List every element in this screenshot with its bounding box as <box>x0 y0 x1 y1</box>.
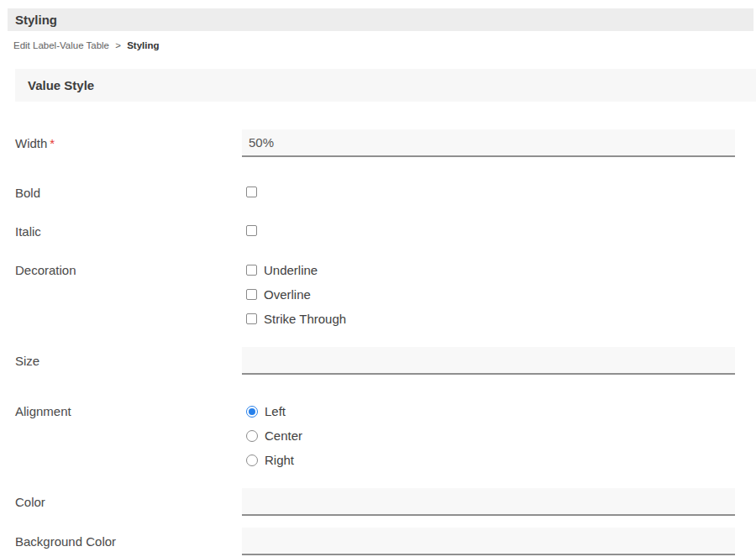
center-label: Center <box>265 428 302 443</box>
italic-row: Italic <box>15 219 735 244</box>
overline-label: Overline <box>264 287 311 302</box>
alignment-option-center: Center <box>242 423 735 448</box>
left-radio[interactable] <box>246 406 258 418</box>
background-color-label: Background Color <box>15 534 242 549</box>
alignment-option-right: Right <box>242 448 735 472</box>
page-title: Styling <box>15 13 57 27</box>
size-row: Size <box>15 347 735 375</box>
page-header-bar: Styling <box>8 8 753 31</box>
alignment-label: Alignment <box>15 399 242 423</box>
color-row: Color <box>15 488 735 516</box>
width-label: Width* <box>15 136 242 150</box>
required-asterisk: * <box>50 136 55 150</box>
alignment-option-left: Left <box>242 399 735 423</box>
breadcrumb-separator: > <box>115 40 121 50</box>
italic-checkbox[interactable] <box>246 225 257 236</box>
underline-checkbox[interactable] <box>246 265 257 276</box>
decoration-row: Decoration Underline Overline Strike Thr… <box>15 258 735 331</box>
decoration-option-underline: Underline <box>242 258 735 282</box>
width-row: Width* <box>15 129 735 157</box>
center-radio[interactable] <box>246 430 258 442</box>
overline-checkbox[interactable] <box>246 289 257 300</box>
size-input[interactable] <box>242 347 735 375</box>
color-label: Color <box>15 495 242 509</box>
section-header-value-style: Value Style <box>15 69 756 102</box>
section-title: Value Style <box>28 78 94 92</box>
right-radio[interactable] <box>246 455 258 466</box>
underline-label: Underline <box>264 263 318 277</box>
decoration-option-overline: Overline <box>242 282 735 307</box>
alignment-row: Alignment Left Center Right <box>15 399 735 472</box>
decoration-option-strike-through: Strike Through <box>242 307 735 331</box>
color-input[interactable] <box>242 488 735 516</box>
value-style-form: Width* Bold Italic Decoration Underline … <box>0 102 756 555</box>
strike-through-label: Strike Through <box>264 312 346 326</box>
breadcrumb-current: Styling <box>127 40 159 50</box>
background-color-input[interactable] <box>242 528 735 555</box>
bold-checkbox[interactable] <box>246 187 257 197</box>
right-label: Right <box>265 453 294 467</box>
left-label: Left <box>265 404 286 418</box>
background-color-row: Background Color <box>15 528 735 555</box>
size-label: Size <box>15 354 242 368</box>
width-input[interactable] <box>242 129 735 157</box>
decoration-label: Decoration <box>15 258 242 282</box>
breadcrumb: Edit Label-Value Table > Styling <box>13 40 756 50</box>
italic-label: Italic <box>15 224 242 239</box>
strike-through-checkbox[interactable] <box>246 313 257 324</box>
breadcrumb-parent-link[interactable]: Edit Label-Value Table <box>13 40 109 50</box>
bold-row: Bold <box>15 181 735 205</box>
bold-label: Bold <box>15 186 242 200</box>
